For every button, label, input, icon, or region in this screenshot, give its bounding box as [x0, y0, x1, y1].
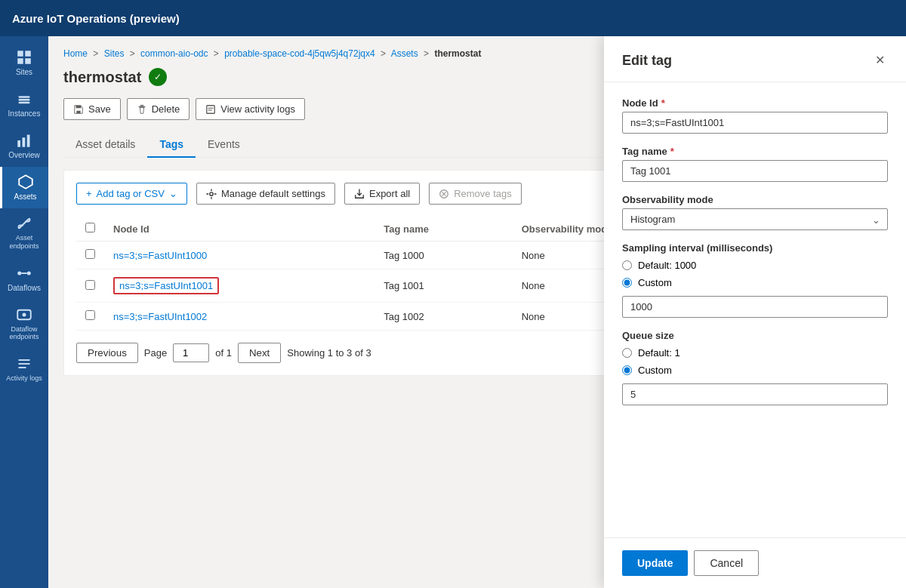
export-button[interactable]: Export all [344, 183, 420, 205]
sidebar-item-dataflows[interactable]: Dataflows [0, 258, 48, 300]
queue-default-option[interactable]: Default: 1 [622, 347, 888, 359]
endpoint-icon [17, 307, 32, 322]
row1-node-id[interactable]: ns=3;s=FastUInt1000 [113, 250, 207, 261]
sidebar-label-assets: Assets [14, 192, 36, 201]
row2-node-id[interactable]: ns=3;s=FastUInt1001 [113, 277, 219, 294]
sampling-custom-option[interactable]: Custom [622, 277, 888, 288]
node-id-label: Node Id * [622, 97, 888, 109]
sidebar-item-activity-logs[interactable]: Activity logs [0, 349, 48, 390]
sidebar-item-overview[interactable]: Overview [0, 125, 48, 167]
svg-rect-3 [25, 58, 31, 64]
page-label: Page [144, 347, 167, 359]
node-id-input[interactable] [622, 112, 888, 134]
view-activity-logs-label: View activity logs [220, 103, 295, 115]
showing-label: Showing 1 to 3 of 3 [287, 347, 371, 359]
sampling-default-label: Default: 1000 [638, 260, 696, 271]
add-tag-label: Add tag or CSV [97, 188, 165, 199]
queue-custom-input[interactable] [622, 383, 888, 405]
sidebar-label-sites: Sites [16, 68, 32, 76]
panel-header: Edit tag ✕ [604, 36, 906, 82]
row1-checkbox[interactable] [85, 249, 95, 259]
row1-tag-name: Tag 1000 [374, 242, 513, 269]
tab-asset-details[interactable]: Asset details [63, 132, 147, 158]
export-icon [354, 189, 365, 199]
link-icon [17, 216, 32, 231]
sidebar-item-assets[interactable]: Assets [0, 167, 48, 208]
remove-tags-label: Remove tags [454, 188, 512, 199]
delete-icon [137, 104, 147, 115]
breadcrumb-common-aio-odc[interactable]: common-aio-odc [140, 48, 208, 59]
row3-tag-name: Tag 1002 [374, 303, 513, 331]
queue-default-radio[interactable] [622, 348, 632, 358]
svg-rect-0 [17, 51, 23, 57]
sidebar: Sites Instances Overview Assets Asset en… [0, 36, 48, 588]
breadcrumb-current: thermostat [434, 48, 481, 59]
tab-events[interactable]: Events [196, 132, 252, 158]
row3-node-id[interactable]: ns=3;s=FastUInt1002 [113, 311, 207, 322]
breadcrumb-assets[interactable]: Assets [391, 48, 418, 59]
remove-icon [439, 189, 449, 199]
sidebar-item-instances[interactable]: Instances [0, 84, 48, 125]
flow-icon [17, 266, 32, 281]
export-label: Export all [369, 188, 410, 199]
tag-name-input[interactable] [622, 160, 888, 182]
svg-line-10 [23, 222, 26, 226]
close-panel-button[interactable]: ✕ [872, 51, 888, 69]
tag-name-field-group: Tag name * [622, 146, 888, 182]
next-button[interactable]: Next [238, 343, 281, 363]
queue-custom-radio[interactable] [622, 365, 632, 375]
panel-footer: Update Cancel [604, 537, 906, 588]
row2-tag-name: Tag 1001 [374, 269, 513, 303]
sidebar-label-asset-endpoints: Asset endpoints [3, 234, 45, 251]
cube-icon [18, 174, 33, 189]
update-button[interactable]: Update [622, 550, 688, 576]
row2-checkbox[interactable] [85, 280, 95, 290]
manage-settings-label: Manage default settings [221, 188, 325, 199]
observability-label: Observability mode [622, 194, 888, 205]
sampling-custom-radio[interactable] [622, 278, 632, 288]
breadcrumb-home[interactable]: Home [63, 48, 88, 59]
page-input[interactable] [173, 343, 209, 362]
node-id-field-group: Node Id * [622, 97, 888, 134]
save-button[interactable]: Save [63, 98, 121, 120]
cancel-button[interactable]: Cancel [694, 550, 759, 576]
tab-tags[interactable]: Tags [147, 132, 196, 158]
select-all-checkbox[interactable] [85, 223, 95, 232]
row3-checkbox[interactable] [85, 310, 95, 320]
sampling-label: Sampling interval (milliseconds) [622, 242, 888, 254]
save-label: Save [88, 103, 111, 115]
sampling-custom-input[interactable] [622, 296, 888, 318]
svg-rect-22 [207, 105, 215, 113]
svg-point-11 [17, 271, 21, 275]
remove-tags-button[interactable]: Remove tags [429, 183, 522, 205]
queue-custom-option[interactable]: Custom [622, 365, 888, 376]
previous-button[interactable]: Previous [76, 343, 138, 363]
sidebar-item-dataflow-endpoints[interactable]: Dataflow endpoints [0, 300, 48, 349]
sampling-radio-group: Default: 1000 Custom [622, 260, 888, 288]
breadcrumb-cluster[interactable]: probable-space-cod-4j5qw5j4q72jqx4 [224, 48, 374, 59]
view-activity-logs-button[interactable]: View activity logs [196, 98, 305, 120]
page-title: thermostat [63, 69, 141, 86]
connected-status-icon: ✓ [149, 68, 167, 86]
manage-settings-button[interactable]: Manage default settings [196, 183, 335, 205]
sampling-default-option[interactable]: Default: 1000 [622, 260, 888, 271]
chart-icon [17, 133, 32, 148]
sidebar-label-dataflow-endpoints: Dataflow endpoints [3, 325, 45, 342]
tag-name-label: Tag name * [622, 146, 888, 157]
svg-rect-2 [17, 58, 23, 64]
observability-select[interactable]: None Gauge Counter Histogram Log [622, 208, 888, 230]
sampling-default-radio[interactable] [622, 260, 632, 270]
svg-rect-6 [19, 102, 30, 104]
svg-rect-19 [76, 110, 80, 113]
sidebar-item-sites[interactable]: Sites [0, 42, 48, 84]
breadcrumb-sites[interactable]: Sites [104, 48, 125, 59]
settings-icon [206, 189, 217, 199]
col-tag-name: Tag name [374, 217, 513, 242]
grid-icon [17, 50, 32, 65]
add-tag-button[interactable]: + Add tag or CSV ⌄ [76, 183, 187, 205]
activity-logs-icon [205, 104, 216, 115]
sidebar-item-asset-endpoints[interactable]: Asset endpoints [0, 208, 48, 258]
svg-rect-4 [19, 96, 30, 98]
delete-button[interactable]: Delete [127, 98, 190, 120]
queue-field-group: Queue size Default: 1 Custom [622, 330, 888, 405]
